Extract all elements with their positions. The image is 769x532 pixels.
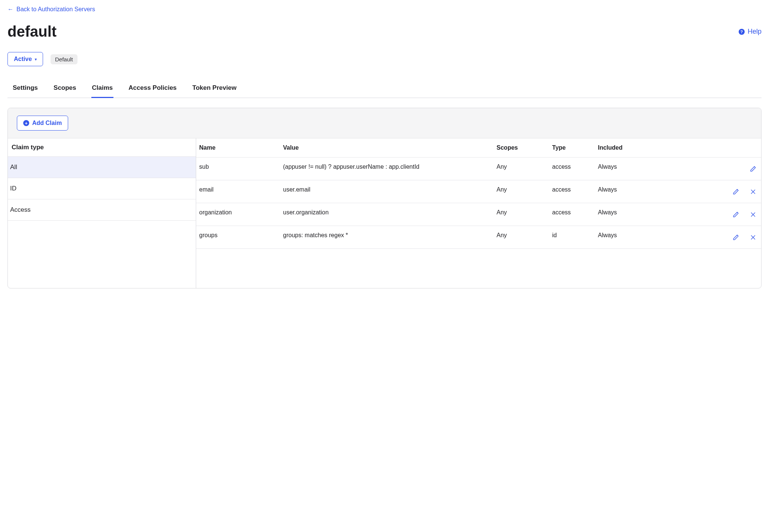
table-row: organizationuser.organizationAnyaccessAl… [196, 203, 761, 226]
help-link[interactable]: ? Help [739, 28, 762, 36]
cell-name: email [196, 180, 280, 203]
col-header-included: Included [595, 138, 679, 158]
cell-name: groups [196, 226, 280, 249]
col-header-name: Name [196, 138, 280, 158]
tab-claims[interactable]: Claims [91, 80, 114, 98]
cell-scopes: Any [493, 226, 549, 249]
table-row: emailuser.emailAnyaccessAlways [196, 180, 761, 203]
add-claim-button[interactable]: + Add Claim [17, 116, 68, 131]
cell-value: user.organization [280, 203, 493, 226]
claims-panel: + Add Claim Claim type AllIDAccess Name … [7, 108, 762, 288]
cell-type: access [549, 158, 595, 180]
delete-icon[interactable] [748, 186, 758, 197]
cell-actions [679, 203, 761, 226]
cell-type: access [549, 180, 595, 203]
sidebar-item-access[interactable]: Access [8, 199, 196, 221]
table-row: groupsgroups: matches regex *AnyidAlways [196, 226, 761, 249]
status-dropdown[interactable]: Active ▾ [7, 52, 43, 66]
table-row: sub(appuser != null) ? appuser.userName … [196, 158, 761, 180]
tab-token-preview[interactable]: Token Preview [192, 80, 237, 98]
chevron-down-icon: ▾ [35, 57, 37, 61]
delete-icon[interactable] [748, 232, 758, 242]
arrow-left-icon: ← [7, 6, 13, 12]
back-link-label: Back to Authorization Servers [16, 6, 95, 13]
cell-included: Always [595, 203, 679, 226]
sidebar-item-all[interactable]: All [8, 157, 196, 178]
edit-icon[interactable] [730, 232, 741, 242]
cell-included: Always [595, 180, 679, 203]
col-header-scopes: Scopes [493, 138, 549, 158]
status-label: Active [14, 56, 32, 62]
cell-actions [679, 226, 761, 249]
claims-table: Name Value Scopes Type Included sub(appu… [196, 138, 761, 249]
cell-name: organization [196, 203, 280, 226]
cell-value: user.email [280, 180, 493, 203]
edit-icon[interactable] [748, 163, 758, 174]
help-label: Help [748, 28, 762, 36]
default-badge: Default [51, 54, 77, 64]
help-icon: ? [739, 29, 745, 35]
tab-scopes[interactable]: Scopes [53, 80, 77, 98]
col-header-type: Type [549, 138, 595, 158]
cell-included: Always [595, 226, 679, 249]
edit-icon[interactable] [730, 186, 741, 197]
col-header-value: Value [280, 138, 493, 158]
tab-settings[interactable]: Settings [12, 80, 39, 98]
claim-type-sidebar: Claim type AllIDAccess [8, 138, 196, 288]
cell-type: access [549, 203, 595, 226]
plus-icon: + [23, 120, 29, 126]
cell-scopes: Any [493, 158, 549, 180]
add-claim-label: Add Claim [32, 120, 62, 126]
back-link[interactable]: ← Back to Authorization Servers [7, 6, 95, 13]
cell-included: Always [595, 158, 679, 180]
cell-name: sub [196, 158, 280, 180]
page-title: default [7, 23, 57, 40]
cell-scopes: Any [493, 180, 549, 203]
cell-type: id [549, 226, 595, 249]
claim-type-header: Claim type [8, 138, 196, 157]
cell-value: groups: matches regex * [280, 226, 493, 249]
cell-actions [679, 158, 761, 180]
cell-actions [679, 180, 761, 203]
sidebar-item-id[interactable]: ID [8, 178, 196, 199]
delete-icon[interactable] [748, 209, 758, 220]
edit-icon[interactable] [730, 209, 741, 220]
cell-value: (appuser != null) ? appuser.userName : a… [280, 158, 493, 180]
tab-access-policies[interactable]: Access Policies [128, 80, 177, 98]
cell-scopes: Any [493, 203, 549, 226]
